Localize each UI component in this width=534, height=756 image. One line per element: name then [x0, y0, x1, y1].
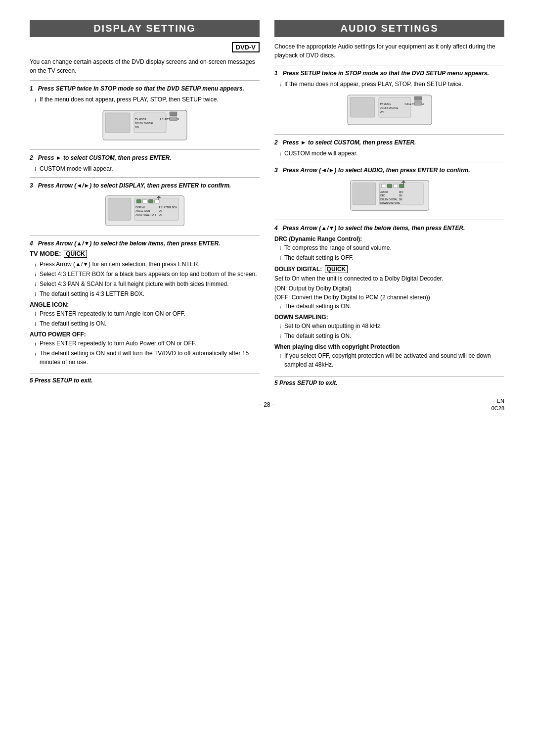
dvd-badge: DVD-V — [232, 42, 260, 52]
auto-power-title: AUTO POWER OFF: — [30, 331, 260, 338]
left-column: Display Setting DVD-V You can change cer… — [30, 20, 260, 386]
drc-title: DRC (Dynamic Range Control): — [274, 236, 504, 242]
left-step3: 3 Press Arrow (◄/►) to select DISPLAY, t… — [30, 177, 260, 235]
svg-rect-8 — [170, 117, 177, 121]
drc-bullet-2: The default setting is OFF. — [279, 253, 504, 262]
svg-rect-12 — [136, 200, 141, 203]
left-device-svg: TV MODE DOLBY DIGITAL ON 4:3 LETTER BOX — [100, 108, 189, 142]
svg-rect-25 — [350, 97, 375, 117]
angle-bullet-1: Press ENTER repeatedly to turn Angle ico… — [35, 309, 260, 318]
svg-text:ON: ON — [159, 214, 162, 216]
page-container: Display Setting DVD-V You can change cer… — [30, 20, 504, 386]
left-step3-header: 3 Press Arrow (◄/►) to select DISPLAY, t… — [30, 182, 260, 190]
page-footer: – 28 – EN 0C28 — [30, 401, 504, 408]
left-step3-svg: DISPLAY ANGLE ICON AUTO POWER OFF 4:3 LE… — [100, 193, 189, 228]
svg-text:4:3 LETTER BOX: 4:3 LETTER BOX — [159, 206, 178, 209]
right-step5: 5 Press SETUP to exit. — [274, 376, 504, 386]
svg-text:ON: ON — [399, 198, 402, 201]
svg-text:DRC: DRC — [380, 195, 386, 197]
right-intro: Choose the appropriate Audio settings fo… — [274, 42, 504, 60]
dolby-line-1: (ON: Output by Dolby Digital) — [274, 284, 504, 293]
svg-text:AUTO POWER OFF: AUTO POWER OFF — [135, 214, 156, 216]
down-bullet-2: The default setting is ON. — [279, 331, 504, 340]
svg-rect-31 — [414, 96, 422, 100]
left-step4: 4 Press Arrow (▲/▼) to select the below … — [30, 235, 260, 370]
left-step1-image: TV MODE DOLBY DIGITAL ON 4:3 LETTER BOX — [30, 108, 260, 142]
left-step2-header: 2 Press ► to select CUSTOM, then press E… — [30, 154, 260, 162]
left-step4-header: 4 Press Arrow (▲/▼) to select the below … — [30, 239, 260, 248]
right-step1-svg: TV MODE DOLBY DIGITAL ON 4:3 LETTER BOX — [345, 93, 434, 127]
right-step4: 4 Press Arrow (▲/▼) to select the below … — [274, 220, 504, 372]
dolby-line-3: The default setting is ON. — [279, 302, 504, 311]
left-intro: You can change certain aspects of the DV… — [30, 57, 260, 75]
right-step1-bullet1: If the menu does not appear, press PLAY,… — [279, 80, 504, 89]
svg-text:DOLBY DIGITAL: DOLBY DIGITAL — [380, 106, 399, 109]
right-step3-image: AUDIO DRC DOLBY DIGITAL DOWN SAMPLING OF… — [274, 178, 504, 213]
right-step3: 3 Press Arrow (◄/►) to select AUDIO, the… — [274, 162, 504, 219]
svg-text:TV MODE: TV MODE — [135, 118, 146, 121]
svg-text:ON: ON — [135, 126, 139, 129]
drc-bullet-1: To compress the range of sound volume. — [279, 243, 504, 252]
svg-rect-37 — [387, 185, 392, 188]
right-step1: 1 Press SETUP twice in STOP mode so that… — [274, 65, 504, 133]
svg-text:ON: ON — [399, 195, 402, 197]
copyright-title: When playing disc with copyright Protect… — [274, 343, 504, 350]
svg-text:DOLBY DIGITAL: DOLBY DIGITAL — [380, 198, 398, 201]
svg-text:TV MODE: TV MODE — [380, 102, 391, 105]
dolby-intro: Set to On when the unit is connected to … — [274, 274, 504, 283]
left-section-title: Display Setting — [30, 20, 260, 37]
right-step3-svg: AUDIO DRC DOLBY DIGITAL DOWN SAMPLING OF… — [345, 178, 434, 213]
right-step2: 2 Press ► to select CUSTOM, then press E… — [274, 134, 504, 161]
left-step1-header: 1 Press SETUP twice in STOP mode so that… — [30, 85, 260, 93]
svg-text:ANGLE ICON: ANGLE ICON — [135, 210, 150, 213]
svg-rect-39 — [399, 185, 403, 188]
left-step5: 5 Press SETUP to exit. — [30, 374, 260, 384]
right-step3-header: 3 Press Arrow (◄/►) to select AUDIO, the… — [274, 166, 504, 175]
left-step2: 2 Press ► to select CUSTOM, then press E… — [30, 149, 260, 176]
svg-rect-14 — [148, 200, 153, 203]
right-step2-header: 2 Press ► to select CUSTOM, then press E… — [274, 139, 504, 147]
svg-rect-34 — [353, 183, 376, 205]
dolby-title-line: DOLBY DIGITAL: QUICK — [274, 265, 504, 273]
right-step4-header: 4 Press Arrow (▲/▼) to select the below … — [274, 224, 504, 233]
svg-rect-7 — [170, 112, 177, 116]
right-section-title: Audio Settings — [274, 20, 504, 37]
left-step2-bullet1: CUSTOM mode will appear. — [35, 164, 260, 173]
svg-rect-1 — [105, 113, 130, 133]
svg-rect-13 — [142, 200, 147, 203]
auto-power-bullet-1: Press ENTER repeatedly to turn Auto Powe… — [35, 339, 260, 348]
svg-text:ON: ON — [159, 210, 162, 213]
right-step2-bullet1: CUSTOM mode will appear. — [279, 149, 504, 158]
svg-text:OFF: OFF — [399, 191, 403, 193]
svg-rect-15 — [154, 200, 159, 203]
left-step1-bullet1: If the menu does not appear, press PLAY,… — [35, 95, 260, 104]
left-step3-image: DISPLAY ANGLE ICON AUTO POWER OFF 4:3 LE… — [30, 193, 260, 228]
down-sampling-title: DOWN SAMPLING: — [274, 314, 504, 321]
down-bullet-1: Set to ON when outputting in 48 kHz. — [279, 322, 504, 331]
svg-rect-32 — [414, 101, 422, 105]
svg-text:DOWN SAMPLING: DOWN SAMPLING — [380, 202, 400, 205]
svg-text:ON: ON — [380, 110, 384, 113]
right-column: Audio Settings Choose the appropriate Au… — [274, 20, 504, 386]
page-code: EN 0C28 — [491, 397, 504, 413]
svg-rect-10 — [108, 198, 131, 221]
right-step1-header: 1 Press SETUP twice in STOP mode so that… — [274, 69, 504, 78]
tv-mode-bullet-4: The default setting is 4:3 LETTER BOX. — [35, 289, 260, 298]
tv-mode-bullet-1: Press Arrow (▲/▼) for an item selection,… — [35, 260, 260, 269]
svg-text:AUDIO: AUDIO — [380, 191, 388, 193]
angle-icon-title: ANGLE ICON: — [30, 301, 260, 308]
svg-rect-38 — [393, 185, 398, 188]
svg-rect-36 — [381, 185, 386, 188]
svg-text:DOLBY DIGITAL: DOLBY DIGITAL — [135, 122, 154, 125]
left-step1: 1 Press SETUP twice in STOP mode so that… — [30, 80, 260, 148]
tv-mode-bullet-3: Select 4:3 PAN & SCAN for a full height … — [35, 280, 260, 288]
angle-bullet-2: The default setting is ON. — [35, 319, 260, 328]
auto-power-bullet-2: The default setting is ON and it will tu… — [35, 349, 260, 367]
page-number: – 28 – — [259, 401, 275, 408]
copyright-bullet: If you select OFF, copyright protection … — [279, 351, 504, 369]
tv-mode-bullet-2: Select 4:3 LETTER BOX for a black bars a… — [35, 270, 260, 279]
right-step1-image: TV MODE DOLBY DIGITAL ON 4:3 LETTER BOX — [274, 93, 504, 127]
tv-mode-line: TV MODE: QUICK — [30, 250, 260, 258]
dolby-line-2: (OFF: Convert the Dolby Digital to PCM (… — [274, 293, 504, 302]
svg-text:DISPLAY: DISPLAY — [135, 206, 145, 209]
